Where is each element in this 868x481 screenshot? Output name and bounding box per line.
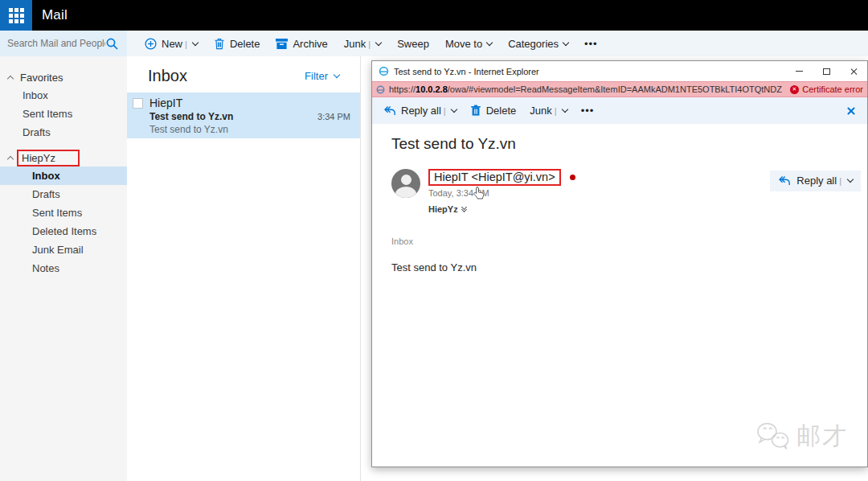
delete-button[interactable]: Delete — [214, 38, 260, 50]
reply-all-button[interactable]: Reply all — [383, 105, 457, 117]
message-header: HiepIT <HiepIT@yi.vn> Today, 3:34 PM Hie… — [391, 169, 861, 214]
new-label: New — [162, 38, 188, 50]
chevron-down-icon — [486, 39, 493, 45]
junk-button[interactable]: Junk — [344, 38, 381, 50]
ie-title-bar[interactable]: Test send to Yz.vn - Internet Explorer — [372, 61, 867, 81]
url-host: 10.0.2.8 — [416, 84, 448, 94]
app-launcher-button[interactable] — [0, 0, 32, 31]
email-checkbox[interactable] — [133, 98, 143, 109]
internet-explorer-window: Test send to Yz.vn - Internet Explorer h… — [371, 60, 868, 467]
junk-message-button[interactable]: Junk — [530, 105, 567, 117]
move-to-label: Move to — [445, 38, 482, 50]
search-input[interactable] — [7, 38, 105, 49]
sidebar-item-inbox[interactable]: Inbox — [0, 166, 127, 185]
archive-label: Archive — [293, 38, 327, 50]
internet-explorer-icon — [379, 66, 389, 76]
account-label: HiepYz — [22, 152, 55, 164]
command-toolbar: New Delete Archive Junk Sweep Move to — [127, 31, 868, 56]
owa-mail-screen: Mail New Delete Archive — [0, 0, 868, 481]
top-app-bar: Mail — [0, 0, 868, 31]
recipient-label: HiepYz — [428, 204, 458, 214]
message-list-header: Inbox Filter — [127, 56, 360, 92]
sidebar-item-favorites-sent-items[interactable]: Sent Items — [0, 105, 127, 123]
delete-label: Delete — [230, 38, 260, 50]
window-title: Test send to Yz.vn - Internet Explorer — [394, 67, 785, 76]
certificate-error-icon — [790, 85, 799, 94]
certificate-error-badge[interactable]: Certificate error — [790, 84, 863, 94]
maximize-button[interactable] — [813, 61, 840, 81]
url-scheme: https:// — [389, 84, 416, 94]
archive-icon — [276, 39, 288, 49]
message-body: Test send to Yz.vn — [391, 261, 848, 273]
sender-block: HiepIT <HiepIT@yi.vn> Today, 3:34 PM Hie… — [428, 169, 770, 214]
move-to-button[interactable]: Move to — [445, 38, 492, 50]
sidebar-item-favorites-drafts[interactable]: Drafts — [0, 123, 127, 142]
chevron-down-icon — [561, 106, 567, 113]
favorites-label: Favorites — [20, 72, 63, 84]
reply-all-icon — [778, 175, 791, 187]
search-icon[interactable] — [105, 37, 119, 51]
chevron-up-icon — [7, 75, 14, 81]
maximize-icon — [823, 68, 830, 75]
waffle-icon — [9, 8, 24, 23]
categories-button[interactable]: Categories — [508, 38, 568, 50]
account-group-header[interactable]: HiepYz — [0, 149, 127, 166]
sidebar-item-favorites-inbox[interactable]: Inbox — [0, 86, 127, 105]
wechat-logo-icon — [755, 421, 791, 453]
sidebar-item-notes[interactable]: Notes — [0, 259, 127, 278]
folder-title: Inbox — [148, 67, 187, 85]
reply-all-label: Reply all — [401, 105, 447, 117]
reply-all-button-label: Reply all — [796, 175, 842, 187]
email-time: 3:34 PM — [317, 112, 350, 121]
chevron-down-icon — [450, 106, 457, 113]
reply-all-icon — [383, 105, 396, 117]
sender-avatar[interactable] — [391, 169, 420, 198]
annotation-red-dot — [570, 175, 575, 180]
message-content: Test send to Yz.vn HiepIT <HiepIT@yi.vn>… — [372, 124, 867, 467]
junk-label: Junk — [344, 38, 371, 50]
message-subject: Test send to Yz.vn — [391, 135, 848, 153]
sidebar-item-deleted-items[interactable]: Deleted Items — [0, 222, 127, 240]
message-list-pane: Inbox Filter HiepIT Test send to Yz.vn T… — [127, 56, 361, 481]
chevron-down-icon — [192, 39, 199, 45]
more-message-actions-button[interactable]: ••• — [581, 105, 595, 117]
delete-message-label: Delete — [486, 105, 517, 117]
watermark-text: 邮才 — [796, 420, 848, 453]
junk-message-label: Junk — [530, 105, 557, 117]
archive-button[interactable]: Archive — [276, 38, 327, 50]
sweep-button[interactable]: Sweep — [397, 38, 429, 50]
close-icon — [850, 68, 858, 76]
url-path: /owa/#viewmodel=ReadMessageItem&ItemID=A… — [448, 84, 782, 94]
chevron-down-icon — [847, 176, 854, 183]
sweep-label: Sweep — [397, 38, 429, 50]
address-bar[interactable]: https://10.0.2.8/owa/#viewmodel=ReadMess… — [372, 81, 867, 97]
url-text: https://10.0.2.8/owa/#viewmodel=ReadMess… — [389, 84, 782, 94]
filter-button[interactable]: Filter — [305, 70, 339, 82]
more-commands-button[interactable]: ••• — [584, 38, 598, 50]
close-reading-pane-icon[interactable] — [846, 106, 856, 116]
message-folder-label: Inbox — [391, 236, 848, 246]
delete-message-button[interactable]: Delete — [470, 105, 517, 117]
sidebar-item-sent-items[interactable]: Sent Items — [0, 204, 127, 222]
reply-all-dropdown-button[interactable]: Reply all — [770, 171, 861, 191]
trash-icon — [470, 105, 481, 117]
sidebar-item-drafts[interactable]: Drafts — [0, 185, 127, 204]
circle-plus-icon — [145, 38, 157, 50]
favorites-group-header[interactable]: Favorites — [0, 68, 127, 86]
chevron-down-icon — [563, 39, 569, 45]
email-preview: Test send to Yz.vn — [149, 123, 350, 136]
categories-label: Categories — [508, 38, 559, 50]
close-button[interactable] — [840, 61, 867, 81]
email-list-item[interactable]: HiepIT Test send to Yz.vn Test send to Y… — [127, 92, 360, 138]
mouse-hand-cursor — [473, 186, 485, 200]
new-button[interactable]: New — [145, 38, 198, 50]
page-icon — [376, 85, 385, 94]
sender-name-annotated[interactable]: HiepIT <HiepIT@yi.vn> — [428, 169, 561, 186]
watermark: 邮才 — [755, 420, 848, 453]
certificate-error-label: Certificate error — [802, 84, 863, 94]
show-details-icon — [462, 207, 466, 212]
sidebar-item-junk-email[interactable]: Junk Email — [0, 240, 127, 259]
minimize-button[interactable] — [785, 61, 813, 81]
recipient-expander[interactable]: HiepYz — [428, 204, 770, 214]
avatar-person-icon — [401, 175, 411, 185]
